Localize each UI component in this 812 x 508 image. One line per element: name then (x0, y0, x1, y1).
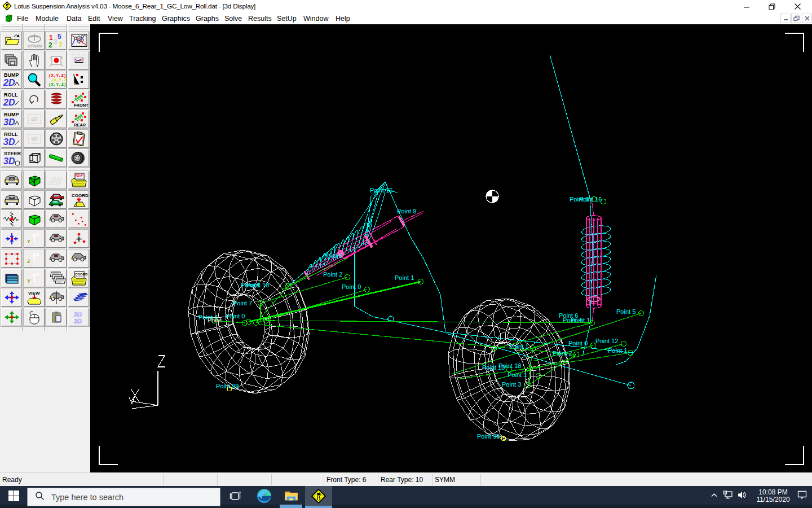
svg-text:1: 1 (49, 34, 53, 42)
svg-text:Point 0: Point 0 (342, 283, 361, 290)
svg-text:ROLL: ROLL (4, 132, 18, 137)
svg-text:2D: 2D (3, 98, 15, 107)
svg-text:Point 99: Point 99 (477, 433, 500, 440)
svg-text:Point 0: Point 0 (568, 340, 588, 347)
svg-text:DYNAM: DYNAM (28, 44, 42, 48)
svg-text:3D: 3D (3, 156, 15, 166)
svg-text:Point 3: Point 3 (502, 381, 521, 388)
svg-text:BUMP: BUMP (4, 72, 19, 78)
svg-text:Point 1: Point 1 (608, 347, 627, 354)
svg-text:X: X (36, 271, 39, 277)
svg-text:VIEW: VIEW (28, 291, 40, 296)
svg-text:Point 7: Point 7 (233, 300, 252, 306)
svg-text:Z: Z (36, 232, 39, 238)
svg-text:Z: Z (27, 259, 30, 264)
svg-text:Point 18: Point 18 (498, 362, 521, 369)
svg-text:3D: 3D (74, 318, 82, 325)
svg-text:REAR: REAR (74, 122, 86, 127)
svg-text:Y: Y (27, 239, 30, 244)
svg-text:Point 1: Point 1 (571, 317, 590, 323)
svg-text:Point 6: Point 6 (323, 252, 342, 259)
svg-text:(X,Y,Z): (X,Y,Z) (51, 78, 66, 82)
svg-text:7: 7 (59, 41, 63, 49)
svg-text:Point 9: Point 9 (397, 208, 416, 214)
svg-text:Point 1: Point 1 (508, 371, 527, 378)
svg-text:FRONT: FRONT (74, 103, 89, 107)
svg-text:Point 99: Point 99 (216, 383, 239, 389)
svg-text:Point 5: Point 5 (616, 308, 636, 315)
svg-text:2D: 2D (3, 78, 15, 87)
svg-text:SDF: SDF (76, 174, 83, 178)
svg-text:Point 0: Point 0 (226, 313, 245, 319)
svg-text:Point 1: Point 1 (395, 274, 414, 281)
svg-text:Point: Point (208, 317, 222, 323)
svg-text:Point 16: Point 16 (370, 187, 392, 194)
svg-text:BUMP: BUMP (4, 112, 19, 117)
svg-text:3: 3 (54, 38, 58, 46)
svg-text:(X,Y,Z): (X,Y,Z) (48, 82, 66, 87)
svg-text:STEER: STEER (4, 151, 21, 156)
svg-text:2D: 2D (73, 311, 82, 318)
svg-text:ROLL: ROLL (4, 92, 18, 98)
svg-text:Point 1: Point 1 (241, 282, 260, 288)
svg-text:Point 1: Point 1 (509, 343, 528, 350)
svg-text:X: X (36, 252, 39, 257)
svg-text:Point 2: Point 2 (323, 271, 342, 278)
svg-text:Y: Y (27, 278, 30, 284)
svg-text:2: 2 (48, 41, 52, 49)
svg-text:Point 12: Point 12 (595, 338, 618, 344)
svg-text:Point 2: Point 2 (553, 350, 572, 357)
svg-text:3D: 3D (3, 117, 15, 127)
svg-text:3D: 3D (3, 137, 15, 147)
svg-text:COORD: COORD (75, 273, 88, 276)
svg-text:Point 16: Point 16 (579, 196, 602, 203)
svg-text:(X,Y,Z): (X,Y,Z) (48, 73, 66, 78)
svg-text:5: 5 (58, 33, 61, 41)
svg-text:COORD: COORD (72, 193, 89, 198)
